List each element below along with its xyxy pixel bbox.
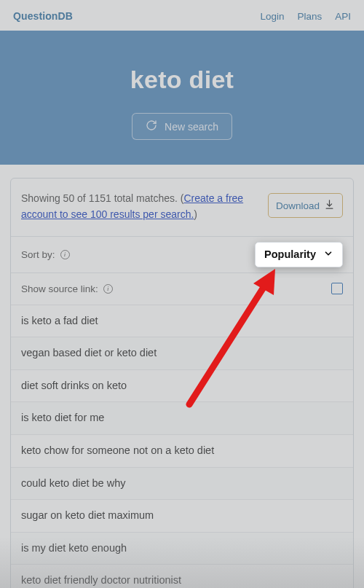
chevron-down-icon [323, 248, 333, 261]
results-list: is keto a fad dietvegan based diet or ke… [11, 305, 353, 588]
sort-selected: Popularity [264, 248, 316, 260]
nav-login[interactable]: Login [260, 11, 284, 22]
result-item[interactable]: is my diet keto enough [11, 532, 353, 565]
result-item[interactable]: vegan based diet or keto diet [11, 337, 353, 369]
hero: keto diet New search [0, 31, 364, 165]
download-label: Download [276, 200, 320, 211]
download-button[interactable]: Download [268, 193, 343, 218]
new-search-button[interactable]: New search [132, 113, 232, 140]
refresh-icon [146, 119, 157, 133]
sort-dropdown-highlight[interactable]: Popularity [255, 242, 343, 267]
new-search-label: New search [165, 121, 218, 133]
info-icon[interactable]: i [60, 250, 70, 259]
info-icon[interactable]: i [103, 284, 113, 294]
show-source-checkbox[interactable] [331, 283, 343, 294]
result-item[interactable]: keto diet friendly doctor nutritionist [11, 564, 353, 588]
page-title: keto diet [15, 66, 349, 94]
show-source-row: Show source link: i [11, 273, 353, 305]
result-item[interactable]: keto chow for someone not on a keto diet [11, 434, 353, 467]
result-item[interactable]: is keto a fad diet [11, 305, 353, 337]
download-icon [324, 199, 335, 212]
brand-logo[interactable]: QuestionDB [13, 10, 73, 22]
result-item[interactable]: could keto diet be why [11, 467, 353, 500]
result-item[interactable]: is keto diet for me [11, 401, 353, 434]
show-source-label: Show source link: [21, 283, 98, 294]
result-item[interactable]: diet soft drinks on keto [11, 369, 353, 402]
nav-plans[interactable]: Plans [297, 11, 322, 22]
sort-label: Sort by: [21, 249, 55, 260]
results-card: Showing 50 of 1151 total matches. (Creat… [10, 178, 354, 588]
result-item[interactable]: sugar on keto diet maximum [11, 499, 353, 532]
results-summary: Showing 50 of 1151 total matches. (Creat… [21, 190, 261, 223]
nav-api[interactable]: API [335, 11, 351, 22]
